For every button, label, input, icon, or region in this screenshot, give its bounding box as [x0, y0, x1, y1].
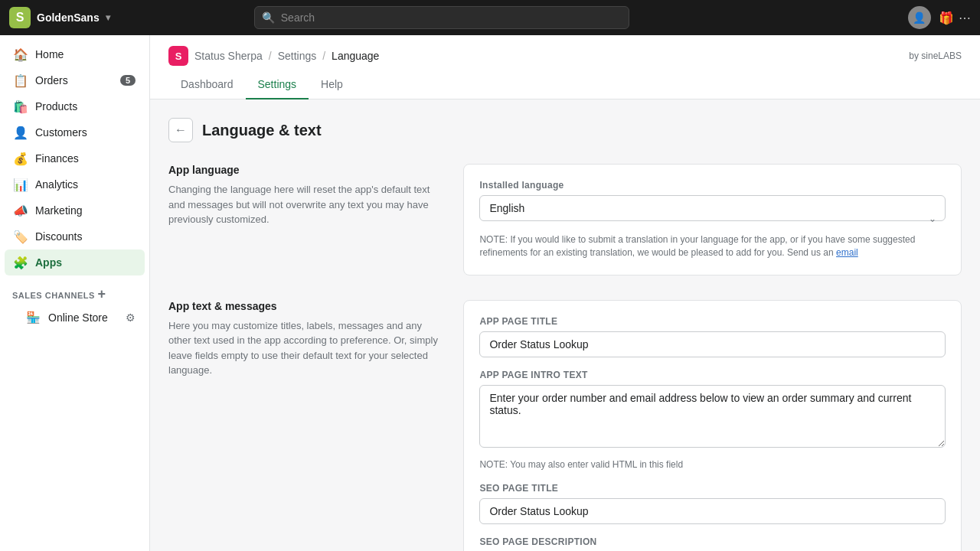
- nav-icons: 🎁 ⋯: [939, 11, 971, 25]
- content-area: S Status Sherpa / Settings / Language by…: [150, 35, 980, 551]
- breadcrumb: S Status Sherpa / Settings / Language by…: [168, 35, 962, 66]
- back-button[interactable]: ←: [168, 118, 193, 142]
- sidebar-item-home[interactable]: 🏠 Home: [5, 41, 145, 67]
- app-page-title-field: APP PAGE TITLE: [479, 316, 946, 357]
- sidebar-label-products: Products: [35, 100, 77, 112]
- app-header: S Status Sherpa / Settings / Language by…: [150, 35, 980, 99]
- sidebar-label-marketing: Marketing: [35, 204, 82, 217]
- shopify-logo: S: [9, 7, 31, 28]
- tab-help[interactable]: Help: [309, 70, 355, 99]
- sidebar-item-marketing[interactable]: 📣 Marketing: [5, 197, 145, 223]
- app-page-intro-textarea[interactable]: Enter your order number and email addres…: [479, 385, 946, 448]
- breadcrumb-settings: Settings: [278, 50, 317, 62]
- sidebar-label-orders: Orders: [35, 74, 68, 86]
- app-page-intro-note: NOTE: You may also enter valid HTML in t…: [479, 458, 946, 471]
- seo-title-input[interactable]: [479, 498, 946, 524]
- seo-desc-field: SEO PAGE DESCRIPTION View your order sum…: [479, 536, 946, 551]
- sidebar-item-online-store[interactable]: 🏪 Online Store ⚙: [5, 305, 145, 330]
- sidebar-label-discounts: Discounts: [35, 230, 82, 243]
- tab-dashboard[interactable]: Dashboard: [168, 70, 246, 99]
- language-select-wrap: English French German Spanish Dutch: [479, 195, 946, 221]
- page-title-row: ← Language & text: [168, 118, 962, 142]
- app-text-description: App text & messages Here you may customi…: [168, 300, 445, 551]
- seo-desc-label: SEO PAGE DESCRIPTION: [479, 536, 946, 547]
- sidebar-item-orders[interactable]: 📋 Orders 5: [5, 67, 145, 93]
- installed-language-label: Installed language: [479, 180, 946, 191]
- breadcrumb-page: Language: [332, 50, 379, 62]
- online-store-icon: 🏪: [26, 311, 41, 324]
- app-page-intro-label: APP PAGE INTRO TEXT: [479, 370, 946, 380]
- tab-settings[interactable]: Settings: [246, 70, 309, 99]
- app-tabs: Dashboard Settings Help: [168, 70, 962, 99]
- customers-icon: 👤: [14, 126, 28, 139]
- app-language-description: App language Changing the language here …: [168, 164, 445, 276]
- installed-language-field: Installed language English French German…: [479, 180, 946, 221]
- page-title: Language & text: [202, 122, 322, 139]
- app-text-heading: App text & messages: [168, 300, 445, 312]
- orders-icon: 📋: [14, 73, 28, 87]
- add-sales-channel-button[interactable]: +: [97, 286, 106, 302]
- sidebar-item-apps[interactable]: 🧩 Apps: [5, 249, 145, 276]
- online-store-settings-icon[interactable]: ⚙: [126, 311, 136, 324]
- search-icon: 🔍: [262, 11, 275, 24]
- app-page-title-input[interactable]: [479, 331, 946, 357]
- seo-title-field: SEO PAGE TITLE: [479, 483, 946, 524]
- sales-channels-section-label: SALES CHANNELS +: [0, 276, 149, 305]
- sidebar-item-analytics[interactable]: 📊 Analytics: [5, 171, 145, 197]
- app-language-card: Installed language English French German…: [463, 164, 962, 276]
- search-bar: 🔍: [254, 6, 629, 29]
- app-text-card: APP PAGE TITLE APP PAGE INTRO TEXT Enter…: [463, 300, 962, 551]
- search-input[interactable]: [254, 6, 629, 29]
- sidebar-label-customers: Customers: [35, 126, 87, 139]
- page-content: ← Language & text App language Changing …: [150, 99, 980, 551]
- marketing-icon: 📣: [14, 204, 28, 217]
- app-icon: S: [168, 46, 188, 66]
- nav-extra-icon[interactable]: ⋯: [959, 11, 971, 25]
- brand-name: GoldenSans: [37, 11, 100, 24]
- breadcrumb-sep1: /: [269, 50, 272, 62]
- seo-title-label: SEO PAGE TITLE: [479, 483, 946, 494]
- email-link[interactable]: email: [836, 247, 858, 258]
- orders-badge: 5: [120, 75, 136, 86]
- app-language-text: Changing the language here will reset th…: [168, 182, 445, 227]
- home-icon: 🏠: [14, 47, 28, 61]
- sidebar: 🏠 Home 📋 Orders 5 🛍️ Products 👤 Customer…: [0, 35, 150, 551]
- brand-logo-area[interactable]: S GoldenSans ▾: [9, 7, 110, 28]
- sidebar-item-discounts[interactable]: 🏷️ Discounts: [5, 223, 145, 249]
- sidebar-label-finances: Finances: [35, 152, 79, 165]
- sidebar-item-customers[interactable]: 👤 Customers: [5, 119, 145, 145]
- apps-icon: 🧩: [14, 256, 28, 269]
- avatar[interactable]: 👤: [908, 6, 931, 29]
- app-language-section: App language Changing the language here …: [168, 164, 962, 276]
- sidebar-label-analytics: Analytics: [35, 178, 78, 191]
- nav-right: 👤 🎁 ⋯: [908, 6, 971, 29]
- app-by-label: by sineLABS: [909, 51, 962, 61]
- app-page-title-label: APP PAGE TITLE: [479, 316, 946, 327]
- sidebar-label-home: Home: [35, 48, 64, 60]
- finances-icon: 💰: [14, 152, 28, 165]
- main-layout: 🏠 Home 📋 Orders 5 🛍️ Products 👤 Customer…: [0, 35, 980, 551]
- sidebar-label-online-store: Online Store: [48, 311, 108, 324]
- app-language-heading: App language: [168, 164, 445, 176]
- discounts-icon: 🏷️: [14, 230, 28, 243]
- analytics-icon: 📊: [14, 178, 28, 191]
- app-page-intro-field: APP PAGE INTRO TEXT Enter your order num…: [479, 370, 946, 471]
- brand-chevron-icon: ▾: [106, 12, 110, 23]
- language-note: NOTE: If you would like to submit a tran…: [479, 233, 946, 259]
- app-text-section: App text & messages Here you may customi…: [168, 300, 962, 551]
- top-nav: S GoldenSans ▾ 🔍 👤 🎁 ⋯: [0, 0, 980, 35]
- language-select[interactable]: English French German Spanish Dutch: [479, 195, 946, 221]
- app-text-text: Here you may customize titles, labels, m…: [168, 318, 445, 378]
- breadcrumb-sep2: /: [322, 50, 325, 62]
- gift-icon[interactable]: 🎁: [939, 11, 954, 25]
- app-name: Status Sherpa: [194, 50, 263, 62]
- products-icon: 🛍️: [14, 99, 28, 113]
- sidebar-label-apps: Apps: [35, 256, 62, 269]
- sidebar-item-products[interactable]: 🛍️ Products: [5, 93, 145, 119]
- back-arrow-icon: ←: [175, 123, 187, 137]
- sidebar-item-finances[interactable]: 💰 Finances: [5, 145, 145, 171]
